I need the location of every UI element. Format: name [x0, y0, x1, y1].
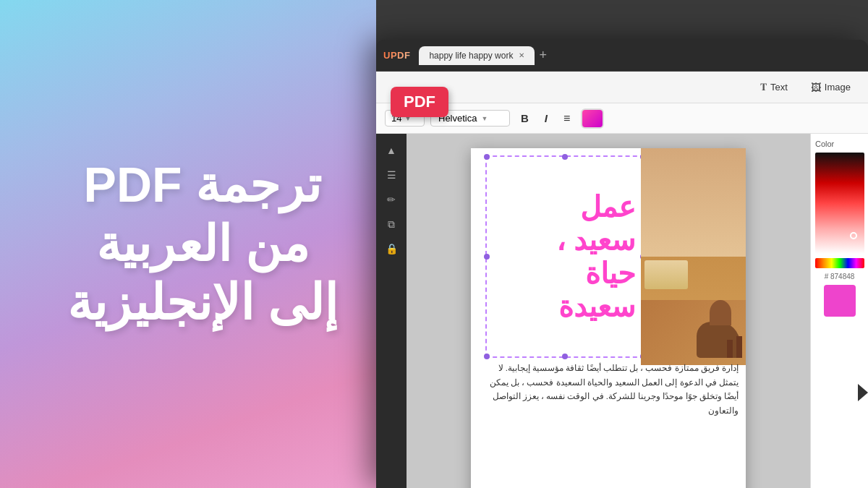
app-window: UPDF happy life happy work ✕ + 𝐓 Text 🖼 …: [376, 40, 868, 488]
handle-ml[interactable]: [484, 254, 490, 260]
color-panel: Color # 874848: [810, 134, 868, 488]
text-icon: 𝐓: [760, 81, 767, 93]
active-tab[interactable]: happy life happy work ✕: [419, 46, 535, 65]
color-gradient-picker[interactable]: [815, 153, 864, 254]
handle-mb[interactable]: [562, 354, 568, 359]
italic-btn[interactable]: I: [540, 110, 553, 127]
bold-btn[interactable]: B: [516, 110, 534, 127]
sidebar-list-icon[interactable]: ☰: [380, 164, 402, 186]
color-arrow-btn[interactable]: [858, 384, 868, 401]
selection-handles: [484, 154, 646, 359]
title-bar: UPDF happy life happy work ✕ +: [376, 40, 868, 72]
heading-line1: ترجمة PDF: [67, 155, 338, 215]
tab-title: happy life happy work: [429, 51, 513, 61]
color-hex-value: # 874848: [815, 273, 864, 281]
page-content: عملسعيد ،حياةسعيدة: [471, 148, 746, 488]
align-btn[interactable]: ≡: [558, 110, 575, 127]
color-crosshair: [850, 232, 857, 239]
text-btn-label: Text: [770, 82, 788, 93]
current-color-swatch[interactable]: [824, 285, 856, 317]
toolbar: 𝐓 Text 🖼 Image: [376, 72, 868, 103]
heading-line3: إلى الإنجليزية: [67, 273, 338, 333]
handle-bl[interactable]: [484, 354, 490, 359]
tab-add-btn[interactable]: +: [539, 48, 547, 63]
hue-slider[interactable]: [815, 258, 864, 268]
arabic-body-text: إدارة فريق ممتازة فحسب ، بل تتطلب أيضًا …: [478, 361, 739, 418]
sidebar-copy-icon[interactable]: ⧉: [380, 213, 402, 235]
handle-tl[interactable]: [484, 154, 490, 160]
format-bar: 14 ▼ Helvetica ▼ B I ≡: [376, 103, 868, 134]
desert-image: [641, 148, 746, 365]
sidebar-arrow-icon[interactable]: ▲: [380, 140, 402, 161]
text-selection-box[interactable]: عملسعيد ،حياةسعيدة: [485, 155, 644, 358]
tab-close-btn[interactable]: ✕: [519, 51, 524, 59]
main-heading: ترجمة PDF من العربية إلى الإنجليزية: [53, 141, 352, 347]
image-tool-btn[interactable]: 🖼 Image: [805, 79, 856, 96]
color-swatch-btn[interactable]: [581, 108, 604, 129]
pdf-badge: PDF: [391, 87, 448, 117]
left-sidebar: ▲ ☰ ✏ ⧉ 🔒: [376, 134, 407, 488]
pdf-page: عملسعيد ،حياةسعيدة: [407, 134, 810, 488]
sidebar-edit-icon[interactable]: ✏: [380, 189, 402, 210]
font-family-chevron: ▼: [481, 115, 488, 122]
text-tool-btn[interactable]: 𝐓 Text: [754, 78, 793, 96]
color-panel-label: Color: [815, 140, 864, 148]
app-logo: UPDF: [383, 50, 410, 61]
tab-bar: happy life happy work ✕ +: [416, 46, 868, 65]
left-panel: ترجمة PDF من العربية إلى الإنجليزية: [0, 0, 405, 488]
image-icon: 🖼: [811, 82, 821, 93]
sidebar-lock-icon[interactable]: 🔒: [380, 238, 402, 260]
content-area: ▲ ☰ ✏ ⧉ 🔒: [376, 134, 868, 488]
handle-mt[interactable]: [562, 154, 568, 160]
desert-sand: [641, 257, 746, 365]
heading-line2: من العربية: [67, 215, 338, 274]
image-btn-label: Image: [825, 82, 851, 93]
